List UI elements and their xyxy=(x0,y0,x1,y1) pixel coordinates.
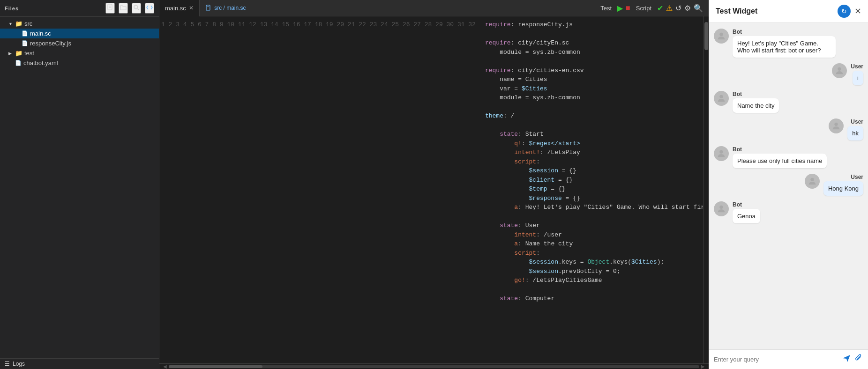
chat-sender: Bot xyxy=(733,91,779,97)
breadcrumb-path: src / main.sc xyxy=(205,5,246,12)
chat-message-bot: BotHey! Let's play "Cities" Game. Who wi… xyxy=(714,29,863,58)
logs-label: Logs xyxy=(13,361,25,367)
vertical-scrollbar[interactable] xyxy=(703,16,709,363)
expand-arrow: ▶ xyxy=(8,51,13,56)
horizontal-scrollbar[interactable]: ◀ ▶ xyxy=(159,363,709,369)
refresh-button[interactable]: ↻ xyxy=(838,5,851,18)
file-icon: 📄 xyxy=(22,30,28,37)
test-label[interactable]: Test xyxy=(598,4,614,13)
svg-line-4 xyxy=(138,9,139,10)
svg-point-7 xyxy=(719,33,723,36)
scrollbar-thumb xyxy=(704,22,708,50)
chat-bubble-wrap: BotPlease use only full cities name xyxy=(733,146,827,168)
chat-message-user: Useri xyxy=(714,63,863,85)
file-tree: ▼ 📁 src 📄 main.sc 📄 responseCity.js ▶ 📁 … xyxy=(0,17,159,358)
warning-button[interactable]: ⚠ xyxy=(666,4,673,13)
chat-avatar xyxy=(714,29,729,44)
chat-message-user: UserHong Kong xyxy=(714,174,863,196)
tab-filename: main.sc xyxy=(165,5,186,12)
chat-sender: User xyxy=(851,63,863,70)
editor-toolbar: src / main.sc Test ▶ ■ Script ✔ ⚠ ↺ ⚙ 🔍 xyxy=(200,4,709,13)
chat-sender: User xyxy=(851,174,863,180)
line-numbers: 1 2 3 4 5 6 7 8 9 10 11 12 13 14 15 16 1… xyxy=(159,16,479,363)
send-button[interactable] xyxy=(842,354,851,365)
tree-item-label: src xyxy=(24,20,32,27)
editor-tabs: main.sc ✕ src / main.sc Test ▶ ■ Script xyxy=(159,0,709,16)
new-folder-button[interactable] xyxy=(119,3,128,14)
tree-item-label: test xyxy=(24,50,34,57)
new-file-button[interactable] xyxy=(105,3,115,14)
scrollbar-track[interactable] xyxy=(169,365,699,368)
chat-input[interactable] xyxy=(714,354,839,365)
file-panel-header: Files xyxy=(0,0,159,17)
stop-button[interactable]: ■ xyxy=(626,4,630,12)
file-icon: 📄 xyxy=(15,60,22,66)
tree-item-responsecity[interactable]: 📄 responseCity.js xyxy=(0,38,159,48)
search-files-button[interactable] xyxy=(132,3,141,14)
run-button[interactable]: ▶ xyxy=(617,4,623,13)
code-icon-button[interactable] xyxy=(145,3,154,14)
chat-panel: Test Widget ↻ ✕ BotHey! Let's play "Citi… xyxy=(709,0,868,369)
tab-close-button[interactable]: ✕ xyxy=(189,5,194,11)
chat-panel-title: Test Widget xyxy=(716,7,757,15)
expand-arrow: ▼ xyxy=(8,22,13,26)
chat-sender: Bot xyxy=(733,146,827,153)
chat-messages: BotHey! Let's play "Cities" Game. Who wi… xyxy=(709,23,868,349)
svg-point-11 xyxy=(719,150,723,154)
folder-icon: 📁 xyxy=(15,50,22,57)
tree-item-label: responseCity.js xyxy=(30,40,71,47)
tree-item-label: chatbot.yaml xyxy=(23,59,58,66)
chat-header-icons: ↻ ✕ xyxy=(838,5,861,18)
chat-input-area xyxy=(709,349,868,369)
tree-item-src[interactable]: ▼ 📁 src xyxy=(0,19,159,29)
chat-avatar xyxy=(805,174,820,189)
scrollbar-thumb-h xyxy=(169,365,262,368)
chat-avatar xyxy=(832,63,847,78)
svg-point-13 xyxy=(719,206,723,209)
svg-rect-5 xyxy=(206,5,210,10)
attach-button[interactable] xyxy=(854,354,863,365)
search-code-button[interactable]: 🔍 xyxy=(694,4,703,13)
svg-point-3 xyxy=(134,5,138,9)
undo-button[interactable]: ↺ xyxy=(675,4,681,13)
file-panel-title: Files xyxy=(5,6,19,11)
tree-item-test[interactable]: ▶ 📁 test xyxy=(0,48,159,58)
code-content[interactable]: require: responseCity.js require: city/c… xyxy=(479,16,703,363)
chat-avatar xyxy=(829,118,844,133)
chat-bubble: Name the city xyxy=(733,98,779,113)
script-label[interactable]: Script xyxy=(633,4,654,13)
chat-bubble: hk xyxy=(847,126,863,140)
chat-message-user: Userhk xyxy=(714,118,863,140)
chat-bubble: Please use only full cities name xyxy=(733,154,827,168)
svg-point-12 xyxy=(810,178,814,181)
scroll-right-button[interactable]: ▶ xyxy=(699,364,707,369)
file-panel: Files ▼ 📁 src 📄 main.sc xyxy=(0,0,159,369)
chat-close-button[interactable]: ✕ xyxy=(854,6,861,16)
svg-point-10 xyxy=(835,123,838,126)
folder-icon: 📁 xyxy=(15,20,22,27)
chat-sender: Bot xyxy=(733,201,760,208)
chat-avatar xyxy=(714,201,729,216)
file-icon: 📄 xyxy=(22,40,28,46)
logs-icon: ☰ xyxy=(5,361,10,367)
chat-bubble-wrap: BotName the city xyxy=(733,91,779,113)
check-button[interactable]: ✔ xyxy=(657,4,663,13)
chat-sender: Bot xyxy=(733,29,836,35)
logs-footer[interactable]: ☰ Logs xyxy=(0,358,159,369)
tree-item-main-sc[interactable]: 📄 main.sc xyxy=(0,29,159,38)
chat-bubble: Genoa xyxy=(733,209,760,223)
svg-point-9 xyxy=(719,95,723,98)
chat-bubble-wrap: BotHey! Let's play "Cities" Game. Who wi… xyxy=(733,29,836,58)
chat-message-bot: BotPlease use only full cities name xyxy=(714,146,863,168)
chat-avatar xyxy=(714,91,729,106)
settings-button[interactable]: ⚙ xyxy=(684,4,691,13)
scroll-left-button[interactable]: ◀ xyxy=(161,364,169,369)
chat-message-bot: BotName the city xyxy=(714,91,863,113)
svg-point-8 xyxy=(838,67,841,71)
editor-area: main.sc ✕ src / main.sc Test ▶ ■ Script xyxy=(159,0,709,369)
file-panel-toolbar xyxy=(105,3,154,14)
editor-tab-main-sc[interactable]: main.sc ✕ xyxy=(159,0,200,16)
chat-bubble-wrap: Useri xyxy=(851,63,863,85)
tree-item-chatbot-yaml[interactable]: 📄 chatbot.yaml xyxy=(0,58,159,68)
chat-bubble: i xyxy=(853,71,863,85)
